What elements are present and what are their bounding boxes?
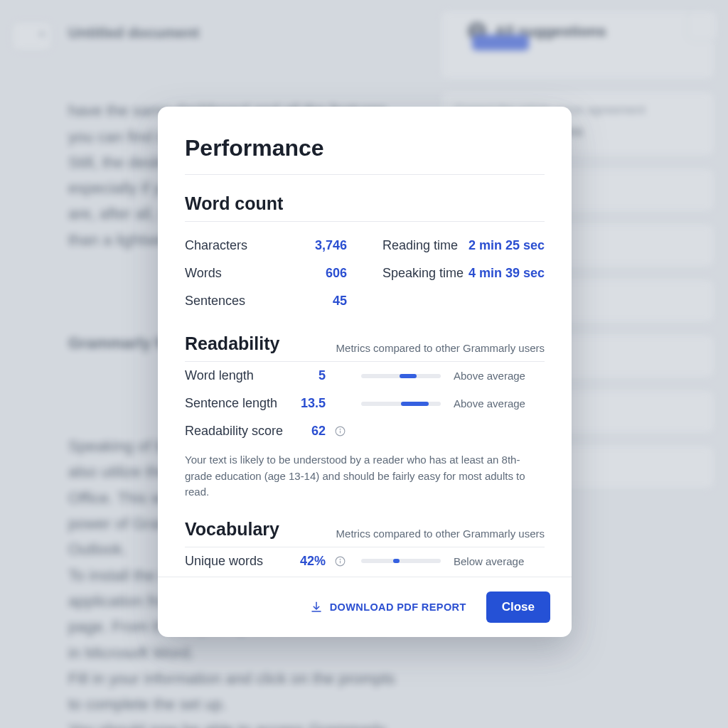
info-icon[interactable] bbox=[334, 555, 348, 567]
stat-reading-time: Reading time 2 min 25 sec bbox=[382, 232, 545, 259]
metric-unique-words: Unique words 42% Below average bbox=[185, 547, 545, 575]
download-icon bbox=[310, 601, 323, 614]
close-button[interactable]: Close bbox=[486, 592, 550, 623]
modal-title: Performance bbox=[185, 135, 545, 175]
vocabulary-section: Vocabulary Metrics compared to other Gra… bbox=[185, 519, 545, 577]
wordcount-heading: Word count bbox=[185, 193, 283, 214]
svg-point-5 bbox=[340, 559, 341, 560]
metric-sentence-length: Sentence length 13.5 Above average bbox=[185, 390, 545, 417]
bar-sentence-length bbox=[361, 402, 441, 406]
svg-point-2 bbox=[340, 429, 341, 429]
metric-readability-score: Readability score 62 bbox=[185, 417, 545, 445]
modal-footer: DOWNLOAD PDF REPORT Close bbox=[158, 577, 572, 637]
vocabulary-subtext: Metrics compared to other Grammarly user… bbox=[336, 528, 545, 540]
vocabulary-heading: Vocabulary bbox=[185, 519, 279, 540]
download-pdf-button[interactable]: DOWNLOAD PDF REPORT bbox=[310, 601, 466, 614]
bar-unique-words bbox=[361, 559, 441, 563]
wordcount-section: Word count Characters 3,746 Words 606 Se… bbox=[185, 193, 545, 315]
stat-words: Words 606 bbox=[185, 259, 347, 287]
info-icon[interactable] bbox=[334, 425, 348, 437]
stat-sentences: Sentences 45 bbox=[185, 287, 347, 315]
readability-heading: Readability bbox=[185, 333, 279, 354]
stat-characters: Characters 3,746 bbox=[185, 232, 347, 259]
bar-word-length bbox=[361, 374, 441, 378]
modal-scroll[interactable]: Performance Word count Characters 3,746 … bbox=[158, 107, 572, 577]
stat-speaking-time: Speaking time 4 min 39 sec bbox=[382, 259, 545, 287]
performance-modal: Performance Word count Characters 3,746 … bbox=[158, 107, 572, 637]
readability-explain: Your text is likely to be understood by … bbox=[185, 452, 545, 500]
readability-section: Readability Metrics compared to other Gr… bbox=[185, 333, 545, 500]
readability-subtext: Metrics compared to other Grammarly user… bbox=[336, 342, 545, 354]
metric-word-length: Word length 5 Above average bbox=[185, 362, 545, 390]
